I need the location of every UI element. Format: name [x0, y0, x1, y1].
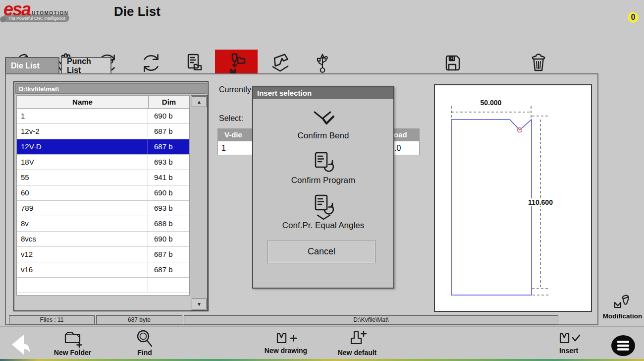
- equal-angles-label[interactable]: Conf.Pr. Equal Angles: [253, 221, 393, 231]
- file-row[interactable]: 1690 b: [17, 109, 189, 124]
- file-row[interactable]: 8vcs690 b: [17, 232, 189, 247]
- die-drawing: 50.000 110.600: [435, 85, 591, 311]
- scroll-up-arrow-icon: ▲: [197, 99, 202, 105]
- currently-selected-label: Currently: [219, 85, 251, 94]
- file-row[interactable]: 60690 b: [17, 185, 189, 201]
- logo-tagline: The Powerful CNC Intelligence: [8, 16, 65, 21]
- file-row[interactable]: 18V693 b: [17, 155, 189, 170]
- column-header-name: Name: [17, 96, 149, 108]
- width-dimension-label: 50.000: [481, 99, 502, 107]
- vdie-column-header: V-die: [217, 128, 253, 141]
- cancel-button[interactable]: Cancel: [268, 240, 376, 263]
- scroll-down-arrow-icon: ▼: [197, 301, 202, 307]
- file-row[interactable]: 8v688 b: [17, 216, 189, 232]
- new-default-punch-plus-icon: [347, 330, 367, 349]
- tab-die-list-label: Die List: [11, 61, 40, 70]
- confirm-program-icon: [312, 151, 336, 175]
- select-label: Select:: [219, 114, 243, 123]
- file-table-header: Name Dim: [17, 96, 189, 109]
- back-arrow-icon: [7, 333, 33, 357]
- find-label: Find: [130, 349, 160, 357]
- tab-die-list[interactable]: Die List: [5, 57, 59, 73]
- confirm-bend-icon: [312, 107, 336, 129]
- die-profile-outline: [451, 120, 532, 295]
- new-drawing-button[interactable]: New drawing: [264, 332, 308, 358]
- menu-button[interactable]: [611, 335, 636, 357]
- new-default-button[interactable]: New default: [335, 330, 379, 358]
- new-drawing-label: New drawing: [264, 347, 308, 355]
- file-row-selected[interactable]: 12V-D687 b: [17, 139, 189, 155]
- vdie-value-field[interactable]: 1: [217, 141, 253, 155]
- confirm-program-equal-angles-option[interactable]: [312, 194, 336, 222]
- header: esa UTOMOTION The Powerful CNC Intellige…: [0, 0, 644, 24]
- bottom-toolbar: New Folder Find New drawing New default: [0, 326, 644, 360]
- file-browser-path: D:\kvfile\mat\: [15, 83, 207, 94]
- status-file-size: 687 byte: [96, 315, 182, 324]
- file-row[interactable]: 55941 b: [17, 170, 189, 185]
- insert-button[interactable]: Insert: [551, 332, 587, 358]
- new-folder-label: New Folder: [52, 349, 94, 357]
- load-column-header-fragment: oad: [393, 128, 420, 141]
- file-row[interactable]: 789693 b: [17, 201, 189, 216]
- cancel-button-label: Cancel: [308, 246, 335, 257]
- confirm-program-equal-angles-icon: [312, 194, 336, 222]
- file-row[interactable]: 12v-2687 b: [17, 124, 189, 139]
- confirm-bend-option[interactable]: [312, 107, 336, 129]
- column-header-dim: Dim: [149, 96, 189, 108]
- tab-bar: Die List Punch List: [0, 57, 644, 73]
- page-title: Die List: [114, 4, 161, 19]
- find-icon: [134, 329, 155, 349]
- height-dimension-label: 110.600: [528, 198, 553, 206]
- dialog-title: Insert selection: [253, 87, 393, 99]
- file-row[interactable]: v16687 b: [17, 262, 189, 278]
- status-current-path: D:\Kvfile\Mat\: [184, 315, 558, 324]
- new-folder-icon: [61, 330, 84, 349]
- new-default-label: New default: [335, 349, 379, 357]
- confirm-bend-label[interactable]: Confirm Bend: [253, 131, 393, 141]
- modification-label: Modification: [601, 312, 644, 320]
- top-toolbar: [0, 24, 644, 56]
- logo-sub-text: UTOMOTION: [32, 10, 68, 16]
- insert-label: Insert: [551, 347, 587, 355]
- main-panel: D:\kvfile\mat\ Name Dim 1690 b 12v-2687 …: [5, 73, 598, 325]
- confirm-program-option[interactable]: [312, 151, 336, 175]
- scroll-down-button[interactable]: ▼: [192, 299, 207, 309]
- scroll-up-button[interactable]: ▲: [192, 96, 207, 107]
- tab-punch-list[interactable]: Punch List: [61, 57, 111, 73]
- modification-icon: [612, 293, 634, 312]
- file-browser: D:\kvfile\mat\ Name Dim 1690 b 12v-2687 …: [13, 81, 209, 311]
- file-row[interactable]: v12687 b: [17, 247, 189, 262]
- insert-die-check-icon: [557, 332, 580, 347]
- tab-punch-list-label: Punch List: [67, 57, 106, 75]
- find-button[interactable]: Find: [130, 329, 160, 358]
- hamburger-menu-icon: [611, 335, 636, 357]
- back-button[interactable]: [7, 333, 33, 357]
- new-drawing-die-plus-icon: [274, 332, 297, 347]
- file-table: Name Dim 1690 b 12v-2687 b 12V-D687 b 18…: [16, 95, 190, 296]
- die-drawing-panel: 50.000 110.600: [434, 84, 592, 312]
- file-list-scrollbar[interactable]: ▲ ▼: [191, 95, 208, 310]
- desktop-strip: [0, 359, 644, 361]
- confirm-program-label[interactable]: Confirm Program: [253, 176, 393, 185]
- new-folder-button[interactable]: New Folder: [52, 330, 94, 358]
- status-files-count: Files : 11: [9, 315, 95, 324]
- modification-button[interactable]: Modification: [601, 293, 644, 324]
- notification-badge[interactable]: 0: [628, 12, 639, 23]
- insert-selection-dialog: Insert selection Confirm Bend Confirm Pr…: [252, 86, 394, 289]
- load-value-field-fragment[interactable]: .0: [393, 141, 420, 155]
- die-list-window: esa UTOMOTION The Powerful CNC Intellige…: [0, 0, 644, 361]
- file-row-empty: [17, 278, 189, 293]
